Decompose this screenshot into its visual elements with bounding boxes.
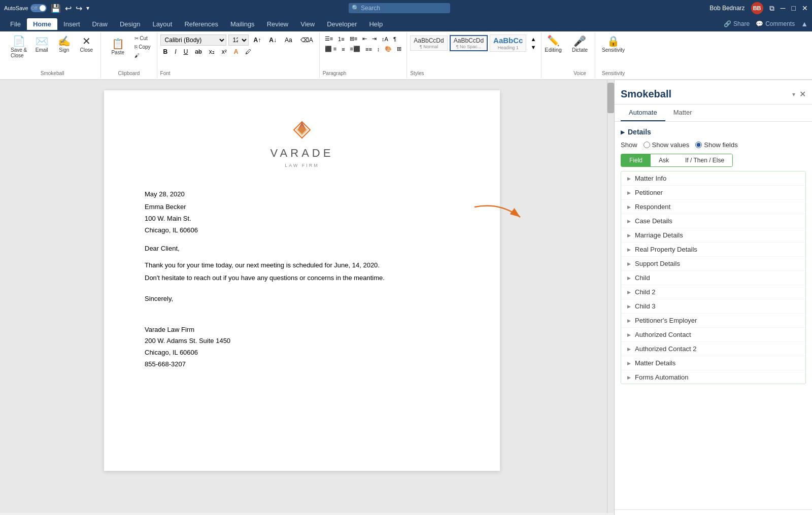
field-item-arrow: ▶ <box>627 347 631 352</box>
bold-button[interactable]: B <box>160 47 171 56</box>
field-item[interactable]: ▶Child <box>621 271 805 285</box>
clear-format-button[interactable]: ⌫A <box>297 36 316 45</box>
close-button[interactable]: ✕ Close <box>76 35 96 60</box>
field-item[interactable]: ▶Case Details <box>621 214 805 228</box>
tab-home[interactable]: Home <box>27 18 57 30</box>
show-fields-radio[interactable] <box>695 142 702 148</box>
paste-button[interactable]: 📋 Paste <box>105 37 130 57</box>
format-painter-button[interactable]: 🖌 <box>132 52 152 59</box>
doc-scrollbar[interactable] <box>607 80 614 513</box>
show-values-radio[interactable] <box>644 142 650 148</box>
panel-arrow-up-icon[interactable]: ▾ <box>792 91 795 98</box>
field-item[interactable]: ▶Petitioner <box>621 186 805 200</box>
email-button[interactable]: ✉️ Email <box>31 35 52 60</box>
tab-draw[interactable]: Draw <box>86 18 114 30</box>
line-spacing-button[interactable]: ↕ <box>375 45 382 53</box>
borders-button[interactable]: ⊞ <box>395 45 403 53</box>
field-item[interactable]: ▶Child 3 <box>621 299 805 314</box>
shrink-font-button[interactable]: A↓ <box>266 36 280 45</box>
subtab-field[interactable]: Field <box>621 154 651 166</box>
share-button[interactable]: 🔗 Share <box>724 20 750 27</box>
no-spacing-style[interactable]: AaBbCcDd ¶ No Spac... <box>450 35 488 51</box>
field-item[interactable]: ▶Authorized Contact <box>621 328 805 342</box>
align-center-button[interactable]: ≡ <box>340 45 347 53</box>
align-right-button[interactable]: ≡⬛ <box>348 45 362 53</box>
tab-mailings[interactable]: Mailings <box>224 18 261 30</box>
field-item[interactable]: ▶Real Property Details <box>621 243 805 257</box>
tab-view[interactable]: View <box>294 18 321 30</box>
paragraph-group-label: Paragraph <box>323 70 404 76</box>
tab-file[interactable]: File <box>4 18 27 30</box>
multilevel-button[interactable]: ⊞≡ <box>348 35 359 43</box>
underline-button[interactable]: U <box>181 47 191 56</box>
field-item[interactable]: ▶Support Details <box>621 257 805 271</box>
redo-icon[interactable]: ↪ <box>76 4 82 13</box>
window-minimize-icon[interactable]: ─ <box>781 4 786 12</box>
save-icon[interactable]: 💾 <box>51 4 61 13</box>
field-item[interactable]: ▶Child 2 <box>621 285 805 299</box>
show-fields-radio-label[interactable]: Show fields <box>695 141 737 149</box>
subscript-button[interactable]: x₂ <box>206 47 218 56</box>
styles-down-button[interactable]: ▼ <box>528 43 538 51</box>
field-item[interactable]: ▶Authorized Contact 2 <box>621 342 805 356</box>
show-hide-button[interactable]: ¶ <box>391 35 398 43</box>
window-close-icon[interactable]: ✕ <box>802 4 808 12</box>
autosave-toggle[interactable]: AutoSave Off <box>4 4 47 12</box>
tab-insert[interactable]: Insert <box>57 18 86 30</box>
dictate-button[interactable]: 🎤 Dictate <box>569 35 590 54</box>
bullets-button[interactable]: ☰≡ <box>323 35 335 43</box>
cut-button[interactable]: ✂ Cut <box>132 35 152 42</box>
increase-indent-button[interactable]: ⇥ <box>370 35 379 43</box>
copy-button[interactable]: ⎘ Copy <box>132 43 152 51</box>
decrease-indent-button[interactable]: ⇤ <box>360 35 369 43</box>
shading-button[interactable]: 🎨 <box>383 45 394 53</box>
strikethrough-button[interactable]: ab <box>192 47 205 56</box>
tab-review[interactable]: Review <box>261 18 295 30</box>
tab-developer[interactable]: Developer <box>321 18 363 30</box>
tab-automate[interactable]: Automate <box>621 105 665 121</box>
sort-button[interactable]: ↕A <box>380 35 390 43</box>
highlight-button[interactable]: 🖊 <box>242 47 254 56</box>
field-item[interactable]: ▶Matter Info <box>621 171 805 186</box>
italic-button[interactable]: I <box>172 47 179 56</box>
sign-button[interactable]: ✍️ Sign <box>54 35 74 60</box>
undo-icon[interactable]: ↩ <box>65 4 72 13</box>
ribbon-collapse-icon[interactable]: ▲ <box>801 20 808 28</box>
sensitivity-button[interactable]: 🔒 Sensitivity <box>599 35 627 54</box>
font-color-button[interactable]: A <box>231 47 242 56</box>
tab-references[interactable]: References <box>178 18 224 30</box>
tab-layout[interactable]: Layout <box>146 18 178 30</box>
comments-button[interactable]: 💬 Comments <box>756 20 795 27</box>
superscript-button[interactable]: x² <box>219 47 230 56</box>
window-restore-icon[interactable]: ⧉ <box>769 4 774 13</box>
font-size-select[interactable]: 12 <box>228 35 249 46</box>
subtab-ask[interactable]: Ask <box>651 154 677 166</box>
field-item[interactable]: ▶Matter Details <box>621 356 805 370</box>
change-case-button[interactable]: Aa <box>282 36 295 45</box>
normal-style[interactable]: AaBbCcDd ¶ Normal <box>410 36 447 51</box>
tab-help[interactable]: Help <box>363 18 389 30</box>
heading1-style[interactable]: AaBbCc Heading 1 <box>490 35 526 52</box>
styles-up-button[interactable]: ▲ <box>528 35 538 43</box>
field-item[interactable]: ▶Marriage Details <box>621 228 805 243</box>
window-maximize-icon[interactable]: □ <box>792 4 796 12</box>
search-input[interactable] <box>349 3 450 13</box>
tab-design[interactable]: Design <box>114 18 146 30</box>
field-item[interactable]: ▶Petitioner's Employer <box>621 314 805 328</box>
justify-button[interactable]: ≡≡ <box>363 45 374 53</box>
show-values-radio-label[interactable]: Show values <box>644 141 690 149</box>
field-item[interactable]: ▶Forms Automation <box>621 370 805 384</box>
autosave-switch[interactable]: Off <box>30 4 47 12</box>
tab-matter[interactable]: Matter <box>665 105 700 121</box>
doc-scroll-thumb[interactable] <box>607 83 614 113</box>
subtab-if-then-else[interactable]: If / Then / Else <box>677 154 732 166</box>
numbering-button[interactable]: 1≡ <box>336 35 347 43</box>
font-name-select[interactable]: Calibri (Body) <box>160 35 226 46</box>
svg-marker-4 <box>298 125 306 135</box>
field-item[interactable]: ▶Respondent <box>621 200 805 214</box>
panel-close-button[interactable]: ✕ <box>799 89 806 99</box>
field-item-label: Child 3 <box>635 302 655 310</box>
grow-font-button[interactable]: A↑ <box>251 36 264 45</box>
align-left-button[interactable]: ⬛ ≡ <box>323 45 339 53</box>
save-close-button[interactable]: 📄 Save &Close <box>8 35 29 60</box>
